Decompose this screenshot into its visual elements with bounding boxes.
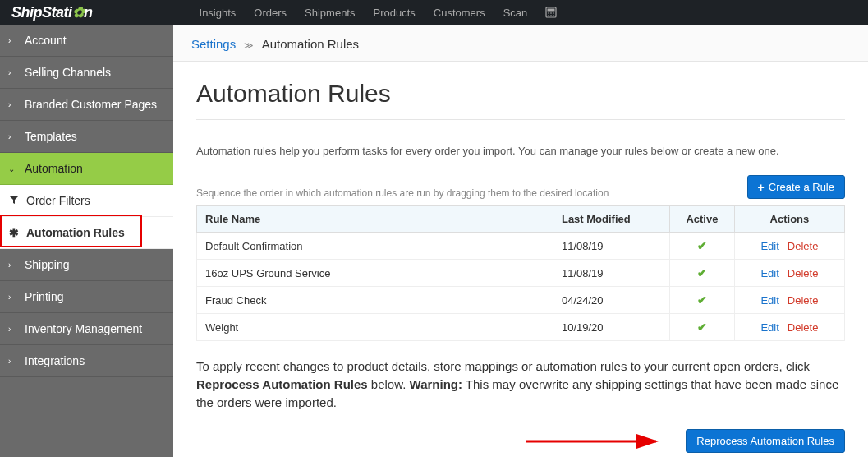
sequence-hint: Sequence the order in which automation r…	[196, 187, 609, 199]
sidebar-sub-label: Order Filters	[26, 194, 90, 207]
cell-last-modified: 10/19/20	[553, 314, 669, 341]
sidebar-sub-order-filters[interactable]: Order Filters	[0, 185, 173, 217]
sidebar-item-automation[interactable]: ⌄Automation	[0, 153, 173, 185]
breadcrumb-root[interactable]: Settings	[191, 37, 236, 51]
sidebar-item-selling-channels[interactable]: ›Selling Channels	[0, 57, 173, 89]
calculator-icon[interactable]	[545, 7, 557, 19]
breadcrumb-current: Automation Rules	[262, 37, 359, 51]
sidebar: ›Account›Selling Channels›Branded Custom…	[0, 25, 173, 457]
sidebar-item-shipping[interactable]: ›Shipping	[0, 249, 173, 281]
sidebar-item-label: Account	[25, 34, 67, 47]
sidebar-item-label: Printing	[25, 290, 63, 303]
nav-scan[interactable]: Scan	[503, 7, 528, 19]
cell-rule-name: Fraud Check	[197, 287, 553, 314]
reprocess-button[interactable]: Reprocess Automation Rules	[686, 429, 845, 453]
sidebar-sub-automation-rules[interactable]: ✱Automation Rules	[0, 217, 173, 249]
cell-active: ✔	[669, 260, 734, 287]
sidebar-item-label: Shipping	[25, 258, 70, 271]
col-actions: Actions	[734, 206, 844, 233]
sidebar-item-label: Automation	[25, 162, 83, 175]
table-row[interactable]: Default Confirmation11/08/19✔EditDelete	[197, 233, 845, 260]
delete-link[interactable]: Delete	[788, 240, 819, 252]
check-icon: ✔	[697, 266, 707, 279]
cell-active: ✔	[669, 287, 734, 314]
sidebar-item-templates[interactable]: ›Templates	[0, 121, 173, 153]
sidebar-item-label: Branded Customer Pages	[25, 98, 157, 111]
check-icon: ✔	[697, 293, 707, 307]
sidebar-item-printing[interactable]: ›Printing	[0, 281, 173, 313]
nav-orders[interactable]: Orders	[254, 7, 287, 19]
col-active: Active	[669, 206, 734, 233]
top-bar: ShipStati✿n InsightsOrdersShipmentsProdu…	[0, 0, 868, 25]
main-panel: Settings ≫ Automation Rules Automation R…	[173, 25, 868, 457]
svg-rect-1	[548, 9, 555, 12]
check-icon: ✔	[697, 321, 707, 334]
delete-link[interactable]: Delete	[788, 267, 819, 279]
cell-active: ✔	[669, 233, 734, 260]
sidebar-item-integrations[interactable]: ›Integrations	[0, 345, 173, 377]
edit-link[interactable]: Edit	[760, 321, 778, 334]
chevron-right-icon: ›	[8, 293, 16, 302]
sidebar-sub-label: Automation Rules	[26, 226, 125, 239]
svg-point-3	[550, 12, 552, 14]
breadcrumb: Settings ≫ Automation Rules	[173, 25, 868, 62]
nav-insights[interactable]: Insights	[200, 7, 237, 19]
chevron-right-icon: ≫	[244, 40, 254, 50]
svg-point-7	[553, 15, 554, 16]
sidebar-item-branded-customer-pages[interactable]: ›Branded Customer Pages	[0, 89, 173, 121]
cell-active: ✔	[669, 314, 734, 341]
sidebar-item-inventory-management[interactable]: ›Inventory Management	[0, 313, 173, 345]
rules-table: Rule Name Last Modified Active Actions D…	[196, 205, 845, 341]
edit-link[interactable]: Edit	[760, 267, 778, 279]
cell-rule-name: Weight	[197, 314, 553, 341]
cell-last-modified: 04/24/20	[553, 287, 669, 314]
sidebar-item-label: Inventory Management	[25, 322, 142, 335]
svg-point-4	[553, 12, 554, 14]
nav-customers[interactable]: Customers	[434, 7, 485, 19]
gear-icon: ✱	[8, 226, 20, 239]
table-row[interactable]: Weight10/19/20✔EditDelete	[197, 314, 845, 341]
edit-link[interactable]: Edit	[760, 240, 778, 252]
nav-products[interactable]: Products	[373, 7, 415, 19]
cell-last-modified: 11/08/19	[553, 233, 669, 260]
check-icon: ✔	[697, 239, 707, 252]
delete-link[interactable]: Delete	[788, 321, 819, 334]
reprocess-note: To apply recent changes to product detai…	[196, 358, 845, 411]
sidebar-item-label: Selling Channels	[25, 66, 111, 79]
delete-link[interactable]: Delete	[788, 294, 819, 307]
cell-actions: EditDelete	[734, 287, 844, 314]
plus-icon: +	[758, 182, 765, 193]
brand-logo: ShipStati✿n	[11, 3, 93, 21]
gear-icon: ✿	[72, 3, 85, 21]
cell-actions: EditDelete	[734, 233, 844, 260]
chevron-right-icon: ›	[8, 100, 16, 109]
arrow-annotation	[526, 433, 666, 450]
cell-last-modified: 11/08/19	[553, 260, 669, 287]
chevron-right-icon: ›	[8, 325, 16, 334]
top-nav: InsightsOrdersShipmentsProductsCustomers…	[200, 7, 558, 19]
sidebar-item-label: Templates	[25, 130, 77, 143]
filter-icon	[8, 194, 20, 207]
col-rule-name: Rule Name	[197, 206, 553, 233]
create-rule-button[interactable]: + Create a Rule	[747, 175, 845, 199]
svg-point-6	[550, 15, 552, 16]
chevron-right-icon: ›	[8, 68, 16, 77]
chevron-right-icon: ›	[8, 357, 16, 366]
chevron-down-icon: ⌄	[8, 164, 16, 173]
sidebar-item-label: Integrations	[25, 354, 85, 367]
cell-actions: EditDelete	[734, 314, 844, 341]
chevron-right-icon: ›	[8, 261, 16, 270]
table-row[interactable]: 16oz UPS Ground Service11/08/19✔EditDele…	[197, 260, 845, 287]
cell-rule-name: Default Confirmation	[197, 233, 553, 260]
cell-rule-name: 16oz UPS Ground Service	[197, 260, 553, 287]
chevron-right-icon: ›	[8, 132, 16, 141]
edit-link[interactable]: Edit	[760, 294, 778, 307]
help-text: Automation rules help you perform tasks …	[196, 145, 845, 157]
table-row[interactable]: Fraud Check04/24/20✔EditDelete	[197, 287, 845, 314]
sidebar-item-account[interactable]: ›Account	[0, 25, 173, 57]
svg-point-2	[548, 12, 549, 14]
nav-shipments[interactable]: Shipments	[305, 7, 355, 19]
col-last-modified: Last Modified	[553, 206, 669, 233]
svg-point-5	[548, 15, 549, 16]
chevron-right-icon: ›	[8, 36, 16, 45]
